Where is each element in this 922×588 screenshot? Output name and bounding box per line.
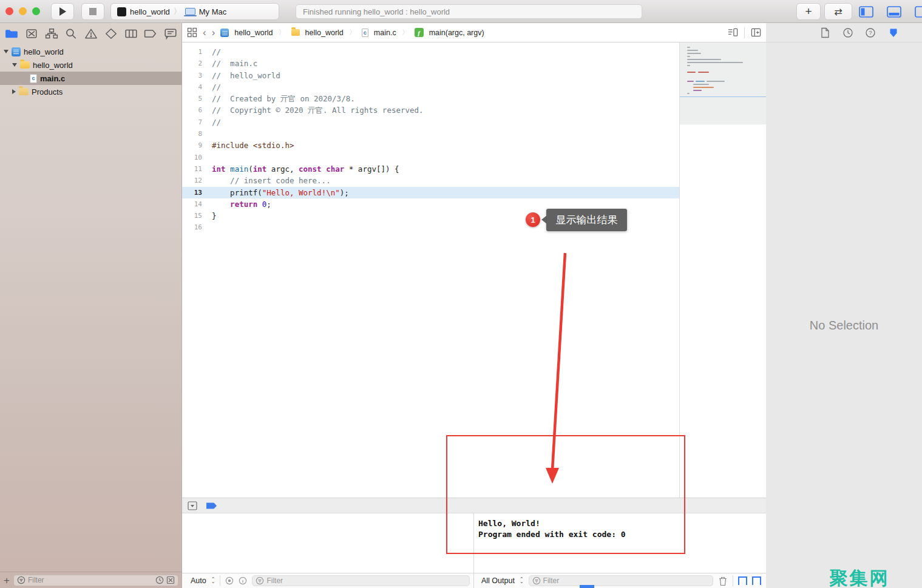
related-items-icon[interactable] [187,27,197,38]
project-navigator-icon[interactable] [5,28,18,39]
breadcrumb-group[interactable]: hello_world [305,29,344,37]
code-line[interactable]: 11int main(int argc, const char * argv[]… [182,163,679,175]
add-editor-icon[interactable] [751,27,761,38]
breadcrumb-file[interactable]: main.c [374,29,396,37]
tree-item-group[interactable]: hello_world [0,58,182,72]
line-number[interactable]: 4 [182,81,207,93]
console-filter-input[interactable] [543,576,710,585]
disclosure-triangle-icon[interactable] [12,89,16,94]
code-line[interactable]: 9#include <stdio.h> [182,140,679,151]
line-number[interactable]: 10 [182,152,207,163]
show-console-toggle[interactable] [752,576,761,585]
tree-item-project[interactable]: hello_world [0,45,182,58]
tree-label: hello_world [24,47,64,56]
close-window-button[interactable] [5,7,13,15]
tree-item-products[interactable]: Products [0,85,182,98]
toggle-navigator-button[interactable] [857,5,875,19]
line-number[interactable]: 3 [182,70,207,81]
stepper-icon[interactable]: ⌃⌄ [211,578,215,584]
chevron-separator: 〉 [402,27,409,38]
console-filter-field[interactable] [529,575,713,586]
symbol-navigator-icon[interactable] [45,28,58,39]
line-number[interactable]: 2 [182,58,207,69]
line-number[interactable]: 11 [182,163,207,175]
stop-button[interactable] [81,3,104,20]
code-line[interactable]: 4// [182,81,679,93]
code-line[interactable]: 3// hello_world [182,70,679,81]
test-navigator-icon[interactable] [104,28,118,39]
source-control-status-icon[interactable] [166,576,175,584]
source-editor[interactable]: 1//2// main.c3// hello_world4//5// Creat… [182,42,679,498]
debug-bottom-bar: Auto ⌃⌄ All Output ⌃⌄ [182,573,766,588]
marker-inspector-icon[interactable] [888,27,899,38]
disclosure-triangle-icon[interactable] [12,63,17,67]
code-line[interactable]: 2// main.c [182,58,679,69]
line-number[interactable]: 5 [182,93,207,104]
editor-options-icon[interactable] [728,27,738,38]
breadcrumb-project[interactable]: hello_world [234,29,273,37]
scheme-selector[interactable]: hello_world 〉 My Mac [110,3,279,20]
run-button[interactable] [51,3,74,20]
source-control-navigator-icon[interactable] [25,28,38,39]
minimize-window-button[interactable] [19,7,27,15]
code-line[interactable]: 10 [182,152,679,163]
stepper-icon[interactable]: ⌃⌄ [520,578,524,584]
disclosure-triangle-icon[interactable] [4,50,8,53]
annotation-step-badge: 1 [526,212,540,227]
forward-button[interactable]: › [212,27,215,38]
code-line[interactable]: 8 [182,128,679,140]
code-line[interactable]: 6// Copyright © 2020 亓官. All rights rese… [182,104,679,116]
variables-filter-field[interactable] [252,575,470,586]
code-line[interactable]: 5// Created by 亓官 on 2020/3/8. [182,93,679,104]
line-number[interactable]: 16 [182,221,207,233]
breakpoints-toggle-icon[interactable] [206,502,217,510]
editor-swap-button[interactable]: ⇄ [824,3,852,20]
variables-view[interactable] [182,513,473,573]
issue-navigator-icon[interactable] [84,28,98,39]
code-line[interactable]: 12 // insert code here... [182,175,679,186]
line-number[interactable]: 8 [182,128,207,140]
code-line[interactable]: 7// [182,117,679,128]
code-line[interactable]: 1// [182,46,679,58]
variables-scope-popup[interactable]: Auto [191,576,206,585]
console-output-popup[interactable]: All Output [481,576,515,585]
hide-debug-area-icon[interactable] [188,501,197,510]
code-text: // main.c [207,58,257,69]
quick-help-inspector-icon[interactable]: ? [865,27,876,38]
clear-console-trash-icon[interactable] [718,576,728,586]
line-number[interactable]: 12 [182,175,207,186]
line-number[interactable]: 7 [182,117,207,128]
variables-filter-input[interactable] [266,576,466,585]
breakpoint-navigator-icon[interactable] [144,28,157,39]
library-add-button[interactable]: + [796,3,821,20]
report-navigator-icon[interactable] [164,28,177,39]
code-line[interactable]: 13 printf("Hello, World!\n"); [182,187,679,198]
history-inspector-icon[interactable] [842,27,853,38]
info-icon[interactable] [239,576,247,585]
show-variables-view-toggle[interactable] [738,576,747,585]
line-number[interactable]: 6 [182,104,207,116]
line-number[interactable]: 9 [182,140,207,151]
line-number[interactable]: 13 [182,187,207,198]
minimap[interactable] [679,42,766,498]
tree-item-file-selected[interactable]: c main.c [0,72,182,85]
debug-navigator-icon[interactable] [124,28,138,39]
scheme-name: hello_world [130,7,170,16]
debug-console[interactable]: Hello, World! Program ended with exit co… [473,513,766,573]
app-target-icon [117,7,126,16]
quicklook-eye-icon[interactable] [225,576,234,585]
find-navigator-icon[interactable] [64,28,78,39]
line-number[interactable]: 15 [182,210,207,221]
navigator-filter-input[interactable] [28,576,153,584]
zoom-window-button[interactable] [32,7,40,15]
breadcrumb-symbol[interactable]: main(argc, argv) [429,29,484,37]
line-number[interactable]: 14 [182,198,207,210]
back-button[interactable]: ‹ [203,27,206,38]
recent-files-clock-icon[interactable] [155,576,164,584]
toggle-inspector-button[interactable] [913,5,922,19]
toggle-debug-area-button[interactable] [885,5,903,19]
file-inspector-icon[interactable] [819,27,830,38]
line-number[interactable]: 1 [182,46,207,58]
add-file-button[interactable]: + [4,575,10,586]
navigator-filter-field[interactable] [13,575,178,586]
